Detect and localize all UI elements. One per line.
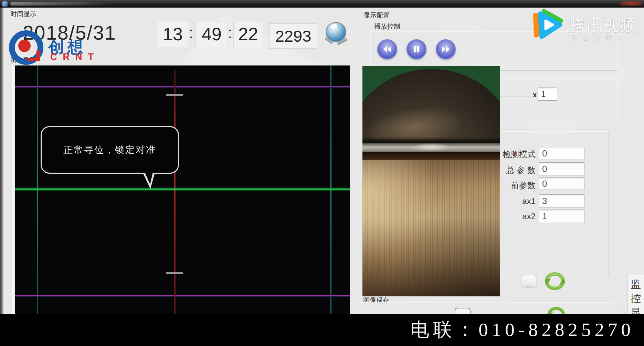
time-colon: : (189, 23, 193, 42)
laser-tracking-canvas[interactable]: 正常寻位，锁定对准 (15, 65, 350, 314)
photo-seam-shadow (362, 137, 500, 144)
close-button[interactable] (620, 1, 642, 6)
magenta-limit-line-bottom (15, 295, 350, 296)
refresh-icon[interactable] (543, 271, 567, 293)
contact-phone: 电联：010-82825270 (410, 317, 634, 343)
display-config-label: 显示配置 (363, 11, 390, 20)
rewind-button[interactable] (377, 39, 397, 59)
magenta-limit-line-top (15, 86, 350, 87)
window-left-border (0, 8, 3, 314)
frame-counter: 2293 (269, 23, 317, 49)
watermark-slogan-text: 不负好时光 (571, 33, 627, 42)
time-colon: : (228, 23, 232, 42)
footer-band: 电联：010-82825270 (0, 314, 644, 346)
cyan-guide-line-left (37, 65, 38, 314)
rewind-icon (382, 44, 392, 54)
red-laser-line (174, 70, 176, 314)
tencent-play-logo-icon (530, 7, 566, 41)
logo-bracket-icon (28, 58, 40, 61)
photo-weld-highlight (411, 143, 452, 151)
cyan-guide-line-right (330, 65, 331, 314)
tencent-watermark: 腾讯视频 不负好时光 (530, 7, 644, 45)
speech-bubble-tail-fill (144, 169, 154, 184)
multiplier-input[interactable]: 1 (538, 88, 557, 101)
watermark-brand-text: 腾讯视频 (569, 14, 637, 36)
logo-latin-text: CRNT (50, 52, 99, 62)
weld-seam-photo (362, 66, 500, 296)
crnt-logo: 创想 CRNT (7, 29, 110, 70)
app-icon (2, 1, 8, 7)
gray-tick-mark-bottom (166, 272, 183, 274)
canvas-left-highlight (12, 65, 14, 314)
playback-control-label: 播放控制 (374, 22, 400, 31)
photo-weld-gap (362, 152, 500, 161)
status-message: 正常寻位，锁定对准 (63, 144, 156, 156)
field-input-ax2[interactable]: 1 (539, 210, 584, 223)
green-seam-line (15, 189, 350, 190)
time-group-label: 时间显示 (10, 10, 36, 19)
multiplier-label: x (533, 91, 537, 99)
field-input-front-param[interactable]: 0 (539, 177, 584, 190)
browse-button[interactable]: ... (522, 275, 537, 287)
photo-cylinder-body (362, 160, 500, 296)
separator-line (510, 296, 610, 296)
gray-tick-mark-top (166, 94, 183, 96)
fast-forward-button[interactable] (436, 39, 456, 59)
field-input-ax1[interactable]: 3 (539, 194, 584, 207)
pause-button[interactable] (407, 39, 426, 59)
time-seconds: 22 (233, 21, 263, 47)
time-hours: 13 (157, 21, 189, 47)
title-bar[interactable] (0, 0, 644, 8)
monitor-tab-char: 监 (631, 279, 641, 290)
status-speech-bubble: 正常寻位，锁定对准 (41, 126, 179, 174)
field-input-detect-mode[interactable]: 0 (539, 147, 584, 160)
pause-icon (411, 44, 422, 54)
logo-dot-icon (18, 40, 31, 52)
app-window: 时间显示 2018/5/31 13 : 49 : 22 2293 图像显示 创想… (0, 0, 644, 346)
monitor-tab-char: 控 (631, 293, 641, 304)
field-input-total-param[interactable]: 0 (539, 162, 584, 175)
fast-forward-icon (441, 44, 451, 54)
window-title-blur (10, 2, 110, 6)
magnifier-icon[interactable] (323, 21, 348, 48)
time-minutes: 49 (196, 21, 228, 47)
